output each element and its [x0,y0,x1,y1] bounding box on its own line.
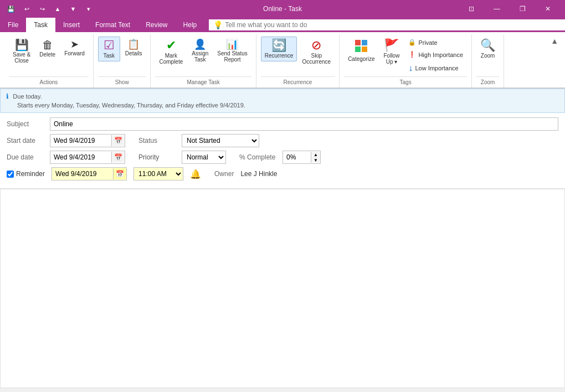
low-importance-icon: ↓ [408,63,413,73]
restore-button[interactable]: ❐ [510,0,535,18]
details-button[interactable]: 📋 Details [121,37,146,59]
reminder-time-select[interactable]: 11:00 AM [133,167,183,180]
due-date-row: Due date 📅 Priority Low Normal High % Co… [7,151,558,164]
due-date-picker[interactable]: 📅 [50,151,125,164]
private-button[interactable]: 🔒 Private [404,37,467,48]
info-bar: ℹ Due today. Starts every Monday, Tuesda… [0,89,565,113]
owner-label: Owner [214,170,234,178]
priority-select[interactable]: Low Normal High [182,151,226,164]
actions-group-label: Actions [9,76,89,85]
more-qat-button[interactable]: ▾ [82,2,95,16]
percent-up-button[interactable]: ▲ [311,152,320,157]
next-button[interactable]: ▼ [66,2,80,16]
task-icon: ☑ [104,39,115,51]
delete-button[interactable]: 🗑 Delete [35,37,59,60]
subject-label: Subject [7,120,45,128]
ribbon-collapse-button[interactable]: ▲ [551,37,558,45]
start-date-picker[interactable]: 📅 [50,134,125,147]
tab-insert[interactable]: Insert [55,18,88,32]
tags-side-buttons: 🔒 Private ❗ High Importance ↓ Low Import… [404,37,467,75]
start-date-input[interactable] [50,135,111,147]
show-group-label: Show [98,76,146,85]
due-date-calendar-icon[interactable]: 📅 [111,152,125,163]
subject-input[interactable] [50,117,558,131]
ribbon-group-tags: Categorize 🚩 FollowUp ▾ 🔒 Private ❗ High… [340,34,472,87]
percent-complete-input[interactable]: ▲ ▼ [282,151,321,164]
assign-task-button[interactable]: 👤 AssignTask [188,37,212,65]
redo-button[interactable]: ↪ [35,2,49,16]
ribbon-group-recurrence: 🔄 Recurrence ⊘ SkipOccurrence Recurrence [256,34,340,87]
close-button[interactable]: ✕ [535,0,561,18]
start-date-label: Start date [7,137,45,145]
reminder-date-picker[interactable]: 📅 [52,167,127,180]
ribbon-group-manage-task: ✔ MarkComplete 👤 AssignTask 📊 Send Statu… [151,34,256,87]
recurrence-button[interactable]: 🔄 Recurrence [261,37,297,61]
recurrence-icon: 🔄 [271,39,286,51]
tab-review[interactable]: Review [138,18,175,32]
reminder-checkbox[interactable] [7,171,14,178]
search-input[interactable] [225,21,561,29]
percent-value-input[interactable] [283,151,311,163]
due-date-input[interactable] [50,151,111,163]
tab-task[interactable]: Task [26,18,55,32]
lightbulb-icon: 💡 [213,20,223,29]
start-date-calendar-icon[interactable]: 📅 [111,135,125,146]
tab-format-text[interactable]: Format Text [88,18,138,32]
skip-occurrence-icon: ⊘ [311,39,321,51]
forward-icon: ➤ [70,39,79,49]
save-close-button[interactable]: 💾 Save &Close [9,37,34,66]
mark-complete-icon: ✔ [166,39,176,51]
ribbon-content: 💾 Save &Close 🗑 Delete ➤ Forward Actions… [0,32,565,89]
svg-rect-1 [362,40,367,45]
skip-occurrence-button[interactable]: ⊘ SkipOccurrence [298,37,335,68]
due-date-label: Due date [7,153,45,161]
svg-rect-0 [355,40,361,45]
recurrence-group-label: Recurrence [261,76,335,85]
private-icon: 🔒 [408,39,416,46]
help-window-button[interactable]: ⊡ [459,0,484,18]
prev-button[interactable]: ▲ [51,2,64,16]
task-show-button[interactable]: ☑ Task [98,37,120,61]
tags-group-label: Tags [344,76,467,85]
start-date-status-row: Start date 📅 Status Not Started In Progr… [7,134,558,147]
save-qat-button[interactable]: 💾 [4,2,18,16]
percent-spinner[interactable]: ▲ ▼ [311,152,320,163]
reminder-row: Reminder 📅 11:00 AM 🔔 Owner Lee J Hinkle [7,167,558,180]
percent-complete-label: % Complete [239,153,278,161]
status-select[interactable]: Not Started In Progress Completed Waitin… [182,134,259,147]
percent-down-button[interactable]: ▼ [311,157,320,163]
send-status-button[interactable]: 📊 Send StatusReport [213,37,251,65]
forward-button[interactable]: ➤ Forward [60,37,89,59]
window-controls: ⊡ — ❐ ✕ [459,0,561,18]
info-line2: Starts every Monday, Tuesday, Wednesday,… [6,101,559,109]
owner-value: Lee J Hinkle [240,170,277,178]
categorize-button[interactable]: Categorize [344,37,378,65]
ribbon: File Task Insert Format Text Review Help… [0,18,565,89]
reminder-sound-button[interactable]: 🔔 [190,169,201,179]
mark-complete-button[interactable]: ✔ MarkComplete [155,37,187,68]
reminder-date-input[interactable] [52,168,113,180]
info-icon: ℹ [6,92,9,100]
speaker-icon: 🔔 [190,169,201,179]
quick-access-toolbar: 💾 ↩ ↪ ▲ ▼ ▾ [4,2,95,16]
categorize-icon [355,39,368,55]
low-importance-button[interactable]: ↓ Low Importance [404,61,467,75]
note-area[interactable] [0,189,565,388]
reminder-check-group: Reminder [7,170,45,178]
tab-file[interactable]: File [0,18,26,32]
info-line1: ℹ Due today. [6,92,559,100]
zoom-button[interactable]: 🔍 Zoom [476,37,499,61]
minimize-button[interactable]: — [484,0,510,18]
follow-up-button[interactable]: 🚩 FollowUp ▾ [379,37,403,68]
high-importance-button[interactable]: ❗ High Importance [404,49,467,60]
manage-task-group-label: Manage Task [155,76,251,85]
send-status-icon: 📊 [226,39,238,49]
status-label: Status [138,137,177,145]
undo-button[interactable]: ↩ [20,2,33,16]
ribbon-tabs: File Task Insert Format Text Review Help… [0,18,565,32]
tab-help[interactable]: Help [176,18,205,32]
window-title: Online - Task [263,5,302,13]
reminder-calendar-icon[interactable]: 📅 [113,168,126,179]
details-icon: 📋 [127,39,140,49]
ribbon-collapse-area: ▲ [548,34,561,87]
